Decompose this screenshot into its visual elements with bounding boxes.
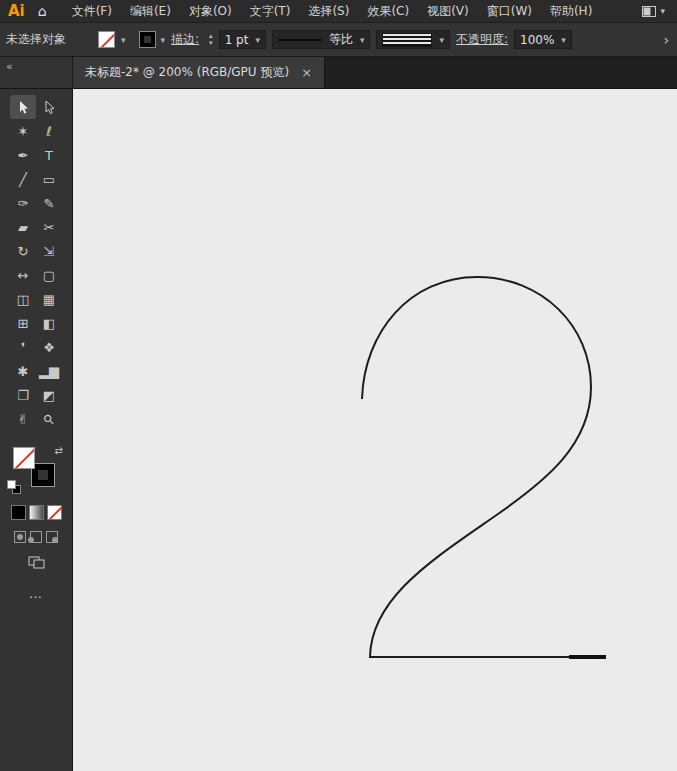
swap-fill-stroke-icon[interactable]: ⇄ [55,445,63,456]
fill-dropdown-chevron-icon[interactable]: ▾ [121,35,126,45]
width-profile-dropdown[interactable]: 等比 ▾ [272,30,371,49]
perspective-grid-icon: ▦ [43,293,55,306]
opacity-label[interactable]: 不透明度: [456,31,508,48]
chevron-down-icon: ▾ [660,6,665,16]
home-icon[interactable]: ⌂ [34,3,63,19]
paintbrush-icon: ✑ [18,197,29,210]
scissors-tool-button[interactable]: ✂ [36,215,62,239]
document-tab[interactable]: 未标题-2* @ 200% (RGB/GPU 预览) × [73,57,325,88]
direct-selection-tool-button[interactable] [36,95,62,119]
fill-stroke-widget: ⇄ [7,443,65,495]
control-bar: 未选择对象 ▾ ▾ 描边: ▴ ▾ 1 pt ▾ 等比 ▾ ▾ 不透明度: 10… [0,23,677,57]
mini-fill-swatch [7,480,16,489]
chevron-down-icon[interactable]: ▾ [439,35,444,45]
free-transform-tool-button[interactable]: ▢ [36,263,62,287]
blend-icon: ❖ [43,341,55,354]
paintbrush-tool-button[interactable]: ✑ [10,191,36,215]
stroke-color-swatch[interactable] [140,32,155,47]
tab-close-icon[interactable]: × [301,65,312,80]
mesh-tool-button[interactable]: ⊞ [10,311,36,335]
draw-normal-button[interactable] [14,531,26,543]
hand-tool-button[interactable]: ✌ [10,407,36,431]
edit-toolbar-button[interactable]: … [0,586,72,601]
draw-normal-icon [17,534,23,540]
menu-item-help[interactable]: 帮助(H) [541,3,601,20]
menu-item-effect[interactable]: 效果(C) [358,3,418,20]
gradient-tool-button[interactable]: ◧ [36,311,62,335]
menu-item-window[interactable]: 窗口(W) [478,3,541,20]
none-slash-icon [98,31,115,48]
gradient-button[interactable] [29,505,44,520]
none-button[interactable] [47,505,62,520]
eraser-tool-button[interactable]: ▰ [10,215,36,239]
width-icon: ↔ [18,269,29,282]
lasso-tool-button[interactable]: ℓ [36,119,62,143]
change-screen-mode-button[interactable] [0,556,72,573]
fill-color-swatch[interactable] [98,31,115,48]
rotate-tool-button[interactable]: ↻ [10,239,36,263]
stroke-dropdown-chevron-icon[interactable]: ▾ [161,35,166,45]
eyedropper-icon: ❜ [21,341,25,354]
gradient-icon: ◧ [43,317,55,330]
slice-tool-button[interactable]: ◩ [36,383,62,407]
menu-item-view[interactable]: 视图(V) [418,3,478,20]
scale-icon: ⇲ [44,245,55,258]
stroke-weight-stepper[interactable]: ▴ ▾ [209,33,213,47]
stepper-down-icon[interactable]: ▾ [209,40,213,47]
symbol-sprayer-tool-button[interactable]: ✱ [10,359,36,383]
menu-item-object[interactable]: 对象(O) [180,3,241,20]
default-fill-stroke-icon[interactable] [7,480,22,495]
artboard-tool-button[interactable]: ❐ [10,383,36,407]
pen-icon: ✒ [18,149,29,162]
opacity-field[interactable]: 100% ▾ [514,30,572,49]
brush-definition-dropdown[interactable]: ▾ [376,30,450,49]
profile-line-icon [278,39,322,41]
chevron-down-icon[interactable]: ▾ [255,35,260,45]
selection-tool-button[interactable] [10,95,36,119]
draw-behind-button[interactable] [30,531,42,543]
stroke-swatch[interactable] [32,464,54,486]
scale-tool-button[interactable]: ⇲ [36,239,62,263]
column-graph-tool-button[interactable]: ▂▆ [36,359,62,383]
blend-tool-button[interactable]: ❖ [36,335,62,359]
slice-icon: ◩ [43,389,55,402]
rectangle-tool-button[interactable]: ▭ [36,167,62,191]
column-graph-icon: ▂▆ [39,365,59,378]
tools-panel-collapse-button[interactable]: « [0,57,73,88]
chevron-down-icon[interactable]: ▾ [561,35,566,45]
free-transform-icon: ▢ [43,269,55,282]
draw-inside-button[interactable] [46,531,58,543]
type-icon: T [45,149,53,162]
document-tab-bar: « 未标题-2* @ 200% (RGB/GPU 预览) × [0,57,677,89]
magic-wand-tool-button[interactable]: ✶ [10,119,36,143]
width-tool-button[interactable]: ↔ [10,263,36,287]
menu-item-edit[interactable]: 编辑(E) [121,3,180,20]
eyedropper-tool-button[interactable]: ❜ [10,335,36,359]
menu-item-select[interactable]: 选择(S) [299,3,358,20]
screen-mode-icon [28,556,45,570]
control-bar-overflow-chevron[interactable]: › [663,32,671,48]
line-segment-tool-button[interactable]: ╱ [10,167,36,191]
none-slash-icon [47,505,62,520]
drawing-mode-buttons [0,531,72,543]
stroke-weight-label[interactable]: 描边: [171,31,199,48]
workspace-switcher[interactable]: ▾ [642,6,677,17]
shape-builder-tool-button[interactable]: ◫ [10,287,36,311]
pencil-tool-button[interactable]: ✎ [36,191,62,215]
pen-tool-button[interactable]: ✒ [10,143,36,167]
opacity-value: 100% [520,33,554,47]
menu-item-type[interactable]: 文字(T) [241,3,300,20]
lasso-icon: ℓ [46,125,51,138]
artboard-icon: ❐ [17,389,29,402]
menu-item-file[interactable]: 文件(F) [63,3,121,20]
color-button[interactable] [11,505,26,520]
tools-grid: ✶ ℓ ✒ T ╱ ▭ ✑ ✎ ▰ ✂ ↻ ⇲ ↔ ▢ ◫ ▦ ⊞ ◧ ❜ ❖ [0,89,72,431]
stroke-weight-field[interactable]: 1 pt ▾ [219,30,266,49]
chevron-down-icon[interactable]: ▾ [360,35,365,45]
canvas[interactable] [73,89,677,771]
zoom-tool-button[interactable]: ⚲ [36,407,62,431]
fill-swatch[interactable] [13,447,35,469]
type-tool-button[interactable]: T [36,143,62,167]
perspective-grid-tool-button[interactable]: ▦ [36,287,62,311]
symbol-sprayer-icon: ✱ [18,365,29,378]
